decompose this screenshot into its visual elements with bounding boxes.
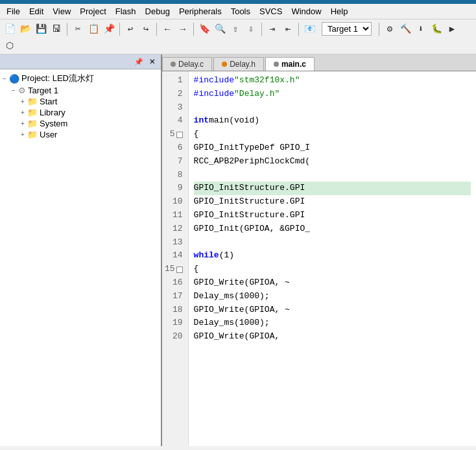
token-kw: int bbox=[194, 114, 209, 128]
ref2-btn[interactable]: ⇩ bbox=[244, 22, 258, 36]
line-number-5: 5 bbox=[165, 128, 183, 141]
project-panel: 📌 ✕ −🔵Project: LED流水灯−⚙Target 1+📁Start+📁… bbox=[0, 54, 162, 446]
tree-item-target1[interactable]: −⚙Target 1 bbox=[0, 85, 161, 96]
tree-toggle-user[interactable]: + bbox=[18, 130, 27, 139]
line-number-9: 9 bbox=[165, 182, 183, 195]
tree-item-user[interactable]: +📁User bbox=[0, 129, 161, 140]
target-select[interactable]: Target 1 bbox=[322, 22, 372, 36]
rebuild-btn[interactable]: 🔨 bbox=[398, 22, 412, 36]
tab-bar: Delay.cDelay.hmain.c bbox=[162, 54, 476, 71]
token-str: "Delay.h" bbox=[234, 88, 280, 101]
token-plain: Delay_ms(1000); bbox=[194, 290, 270, 303]
code-line-20: GPIO_Write(GPIOA, bbox=[194, 330, 471, 344]
tree-item-root[interactable]: −🔵Project: LED流水灯 bbox=[0, 72, 161, 85]
undo-btn[interactable]: ↩ bbox=[123, 22, 137, 36]
tree-item-start[interactable]: +📁Start bbox=[0, 96, 161, 107]
line-number-15: 15 bbox=[165, 263, 183, 276]
target-area: Target 1 bbox=[318, 21, 375, 37]
line-number-7: 7 bbox=[165, 155, 183, 169]
line-number-10: 10 bbox=[165, 195, 183, 209]
token-kw: while bbox=[194, 249, 219, 263]
unindent-btn[interactable]: ⇤ bbox=[281, 22, 295, 36]
find-btn[interactable]: 🔍 bbox=[213, 22, 227, 36]
panel-close-icon[interactable]: ✕ bbox=[147, 56, 157, 67]
build-btn[interactable]: ⚙ bbox=[383, 22, 397, 36]
open-btn[interactable]: 📂 bbox=[18, 22, 32, 36]
tab-dot-main_c bbox=[274, 62, 279, 67]
code-line-6: GPIO_InitTypeDef GPIO_I bbox=[194, 141, 471, 155]
collapse-box-14[interactable] bbox=[176, 266, 183, 273]
code-container[interactable]: 1234567891011121314151617181920 #include… bbox=[162, 71, 476, 446]
redo-btn[interactable]: ↪ bbox=[139, 22, 153, 36]
paste-btn[interactable]: 📌 bbox=[102, 22, 116, 36]
run-btn[interactable]: ▶ bbox=[445, 22, 459, 36]
bookmark-btn[interactable]: 🔖 bbox=[197, 22, 211, 36]
line-number-13: 13 bbox=[165, 236, 183, 250]
save-btn[interactable]: 💾 bbox=[34, 22, 48, 36]
line-number-17: 17 bbox=[165, 290, 183, 303]
token-plain: Delay_ms(1000); bbox=[194, 316, 270, 330]
panel-header: 📌 ✕ bbox=[0, 54, 161, 69]
token-plain: GPIO_Write(GPIOA, ~ bbox=[194, 276, 290, 290]
editor-area: Delay.cDelay.hmain.c 1234567891011121314… bbox=[162, 54, 476, 446]
debug-btn[interactable]: 🐛 bbox=[429, 22, 444, 36]
tree-label-start: Start bbox=[40, 97, 57, 106]
panel-pin-icon[interactable]: 📌 bbox=[134, 56, 144, 67]
cut-btn[interactable]: ✂ bbox=[71, 22, 85, 36]
fwd-btn[interactable]: → bbox=[176, 22, 190, 36]
token-plain: GPIO_Write(GPIOA, bbox=[194, 330, 280, 344]
menu-item-view[interactable]: View bbox=[49, 5, 75, 18]
collapse-box-4[interactable] bbox=[176, 132, 183, 138]
menu-item-flash[interactable]: Flash bbox=[112, 5, 140, 18]
stop-btn[interactable]: ⬡ bbox=[3, 38, 17, 53]
tree-area: −🔵Project: LED流水灯−⚙Target 1+📁Start+📁Libr… bbox=[0, 69, 161, 446]
sep6 bbox=[298, 23, 299, 36]
token-plain: RCC_APB2PeriphClockCmd( bbox=[194, 155, 310, 169]
copy-btn[interactable]: 📋 bbox=[86, 22, 101, 36]
code-line-3 bbox=[194, 101, 471, 115]
menu-item-edit[interactable]: Edit bbox=[25, 5, 47, 18]
token-pp: #include bbox=[194, 88, 234, 101]
menu-item-debug[interactable]: Debug bbox=[141, 5, 174, 18]
menu-item-peripherals[interactable]: Peripherals bbox=[175, 5, 226, 18]
folder-icon-library: 📁 bbox=[27, 108, 38, 117]
token-plain: GPIO_Write(GPIOA, ~ bbox=[194, 303, 290, 317]
tree-toggle-target1[interactable]: − bbox=[9, 86, 18, 95]
tree-item-library[interactable]: +📁Library bbox=[0, 107, 161, 118]
panel-header-icons: 📌 ✕ bbox=[134, 56, 157, 67]
tree-toggle-system[interactable]: + bbox=[18, 119, 27, 128]
menu-item-svcs[interactable]: SVCS bbox=[256, 5, 286, 18]
save-all-btn[interactable]: 🖫 bbox=[49, 22, 64, 36]
code-line-10: GPIO_InitStructure.GPI bbox=[194, 195, 471, 209]
code-line-7: RCC_APB2PeriphClockCmd( bbox=[194, 155, 471, 169]
tab-main_c[interactable]: main.c bbox=[265, 57, 315, 71]
menu-item-tools[interactable]: Tools bbox=[227, 5, 254, 18]
tree-toggle-start[interactable]: + bbox=[18, 97, 27, 106]
line-numbers: 1234567891011121314151617181920 bbox=[162, 71, 189, 446]
back-btn[interactable]: ← bbox=[160, 22, 174, 36]
tree-toggle-root[interactable]: − bbox=[0, 74, 9, 83]
menu-item-file[interactable]: File bbox=[3, 5, 24, 18]
menu-item-window[interactable]: Window bbox=[287, 5, 325, 18]
ref-btn[interactable]: ⇧ bbox=[228, 22, 243, 36]
download-btn[interactable]: ⬇ bbox=[414, 22, 428, 36]
tab-dot-delay_c bbox=[171, 62, 176, 67]
token-plain: GPIO_InitStructure.GPI bbox=[194, 209, 305, 222]
menu-item-project[interactable]: Project bbox=[76, 5, 110, 18]
tab-label-delay_h: Delay.h bbox=[230, 60, 256, 69]
misc-btn[interactable]: 📧 bbox=[302, 22, 316, 36]
sep1 bbox=[67, 23, 67, 36]
line-number-3: 3 bbox=[165, 101, 183, 115]
indent-btn[interactable]: ⇥ bbox=[265, 22, 280, 36]
menu-item-help[interactable]: Help bbox=[327, 5, 352, 18]
tab-delay_c[interactable]: Delay.c bbox=[162, 57, 212, 71]
line-number-2: 2 bbox=[165, 88, 183, 101]
tree-item-system[interactable]: +📁System bbox=[0, 118, 161, 129]
new-btn[interactable]: 📄 bbox=[3, 22, 17, 36]
token-plain: GPIO_InitStructure.GPI bbox=[194, 182, 305, 195]
tab-delay_h[interactable]: Delay.h bbox=[213, 57, 264, 71]
token-plain: GPIO_InitStructure.GPI bbox=[194, 195, 305, 209]
tree-toggle-library[interactable]: + bbox=[18, 108, 27, 117]
tree-label-library: Library bbox=[40, 108, 65, 117]
line-number-20: 20 bbox=[165, 330, 183, 344]
